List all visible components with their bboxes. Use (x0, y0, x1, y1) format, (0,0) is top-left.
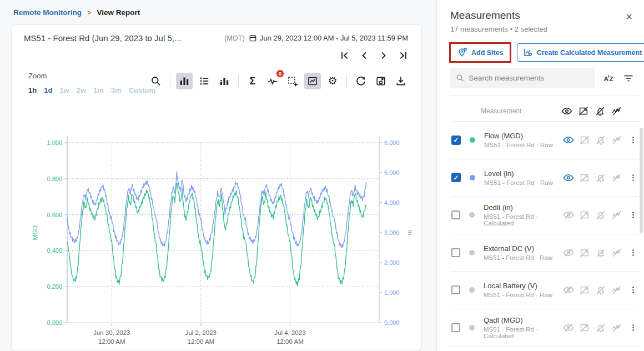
timeseries-chart-svg[interactable]: 0.0000.2000.4000.6000.8001.0000.0001.000… (16, 128, 422, 351)
last-page-button[interactable] (398, 51, 408, 61)
visibility-toggle-icon[interactable] (563, 284, 574, 295)
search-box[interactable] (450, 68, 595, 88)
svg-text:A: A (603, 74, 608, 82)
svg-text:MGD: MGD (32, 225, 38, 240)
events-off-icon[interactable] (611, 172, 622, 183)
measurement-name: Qadf (MGD) (484, 316, 563, 324)
list-header: Measurement (450, 103, 636, 119)
svg-text:in: in (407, 230, 414, 235)
series-color-dot (469, 287, 475, 293)
svg-text:5.000: 5.000 (384, 169, 400, 176)
events-off-icon[interactable] (611, 284, 622, 295)
visibility-all-icon[interactable] (561, 106, 572, 117)
next-page-button[interactable] (379, 51, 389, 61)
measurement-row: ✓Level (in)MS51 - Forest Rd · Raw (450, 159, 640, 197)
row-menu-icon[interactable] (629, 210, 637, 219)
previous-page-button[interactable] (359, 51, 369, 61)
svg-text:0.000: 0.000 (47, 319, 62, 326)
events-off-icon[interactable] (611, 209, 622, 220)
measurement-row: Qadf (MGD)MS51 - Forest Rd · Calculated (450, 309, 640, 347)
svg-text:3.000: 3.000 (384, 229, 400, 236)
events-off-all-icon[interactable] (611, 106, 622, 117)
alarm-off-icon[interactable] (595, 172, 606, 183)
alarm-off-icon[interactable] (595, 322, 606, 333)
measurement-name: External DC (V) (484, 244, 563, 253)
add-sites-button[interactable]: Add Sites (451, 44, 510, 61)
alarm-off-all-icon[interactable] (595, 106, 606, 117)
flag-off-icon[interactable] (579, 247, 590, 258)
measurement-subtitle: MS51 - Forest Rd · Raw (484, 142, 563, 148)
line-chart-icon[interactable] (304, 73, 321, 89)
row-menu-icon[interactable] (629, 285, 637, 294)
remote-monitoring-page: Remote Monitoring > View Report MS51 - F… (0, 0, 644, 351)
scrollbar-thumb[interactable] (640, 128, 643, 233)
measurement-subtitle: MS51 - Forest Rd · Raw (484, 254, 563, 261)
close-icon[interactable]: ✕ (626, 13, 633, 22)
measurement-checkbox[interactable]: ✓ (451, 136, 461, 145)
measurement-subtitle: MS51 - Forest Rd · Calculated (484, 326, 563, 339)
measurements-list: ✓Flow (MGD)MS51 - Forest Rd · Raw✓Level … (450, 121, 640, 351)
first-page-button[interactable] (340, 51, 350, 61)
svg-text:4.000: 4.000 (384, 199, 400, 206)
date-pager (340, 51, 408, 61)
measurement-name: Flow (MGD) (484, 132, 563, 140)
visibility-toggle-icon[interactable] (563, 247, 574, 258)
row-menu-icon[interactable] (629, 323, 637, 332)
flag-off-all-icon[interactable] (578, 106, 589, 117)
flag-off-icon[interactable] (579, 134, 590, 146)
alarm-off-icon[interactable] (595, 209, 606, 220)
download-icon[interactable] (393, 73, 409, 89)
visibility-toggle-icon[interactable] (563, 322, 574, 333)
svg-text:1.000: 1.000 (47, 139, 62, 146)
measurement-row: ✓Flow (MGD)MS51 - Forest Rd · Raw (450, 122, 640, 159)
flag-off-icon[interactable] (579, 209, 590, 220)
events-off-icon[interactable] (611, 134, 622, 146)
measurement-checkbox[interactable] (451, 323, 460, 332)
zoom-option-1d[interactable]: 1d (44, 86, 52, 94)
series-color-dot (469, 212, 475, 218)
zoom-option-3m: 3m (111, 86, 122, 94)
row-menu-icon[interactable] (629, 173, 637, 182)
measurement-row: Local Battery (V)MS51 - Forest Rd · Raw (450, 272, 640, 309)
search-measurements-input[interactable] (469, 74, 590, 82)
header-bulk-icons (561, 106, 622, 117)
flag-off-icon[interactable] (579, 322, 590, 333)
alarm-off-icon[interactable] (595, 134, 606, 146)
panel-subtitle: 17 measurements • 2 selected (450, 25, 547, 33)
alarm-off-icon[interactable] (595, 284, 606, 295)
events-off-icon[interactable] (611, 247, 622, 258)
zoom-option-1h[interactable]: 1h (28, 86, 37, 94)
alarm-off-icon[interactable] (595, 247, 606, 258)
search-icon[interactable] (148, 73, 164, 89)
list-view-icon[interactable] (196, 73, 213, 89)
sort-alphabetical-icon[interactable]: AZ (603, 73, 615, 84)
date-range[interactable]: (MDT) Jun 29, 2023 12:00 AM - Jul 5, 202… (224, 34, 408, 42)
measurement-checkbox[interactable]: ✓ (451, 173, 461, 182)
column-chart-icon[interactable] (176, 73, 193, 89)
svg-text:12:00 AM: 12:00 AM (188, 338, 215, 345)
measurement-checkbox[interactable] (451, 285, 460, 294)
sum-icon[interactable]: Σ (244, 73, 261, 89)
breadcrumb-remote-monitoring-link[interactable]: Remote Monitoring (13, 8, 82, 17)
box-select-icon[interactable] (284, 73, 301, 89)
visibility-toggle-icon[interactable] (563, 172, 574, 183)
save-icon[interactable] (373, 73, 389, 89)
visibility-toggle-icon[interactable] (563, 209, 574, 220)
events-off-icon[interactable] (611, 322, 622, 333)
alerts-pulse-icon[interactable]: 0 (264, 73, 281, 89)
panel-title: Measurements (450, 9, 520, 22)
stacked-chart-icon[interactable] (216, 73, 233, 89)
measurement-column-header: Measurement (481, 107, 561, 115)
svg-text:Z: Z (609, 74, 613, 82)
flag-off-icon[interactable] (579, 172, 590, 183)
measurement-checkbox[interactable] (451, 210, 460, 219)
filter-icon[interactable] (623, 73, 634, 84)
row-menu-icon[interactable] (629, 136, 637, 144)
measurement-checkbox[interactable] (451, 248, 460, 257)
settings-gear-icon[interactable]: ⚙ (324, 73, 341, 89)
visibility-toggle-icon[interactable] (563, 134, 574, 146)
create-calculated-measurement-button[interactable]: Create Calculated Measurement (517, 43, 644, 62)
row-menu-icon[interactable] (629, 248, 637, 257)
refresh-icon[interactable] (353, 73, 369, 89)
flag-off-icon[interactable] (579, 284, 590, 295)
